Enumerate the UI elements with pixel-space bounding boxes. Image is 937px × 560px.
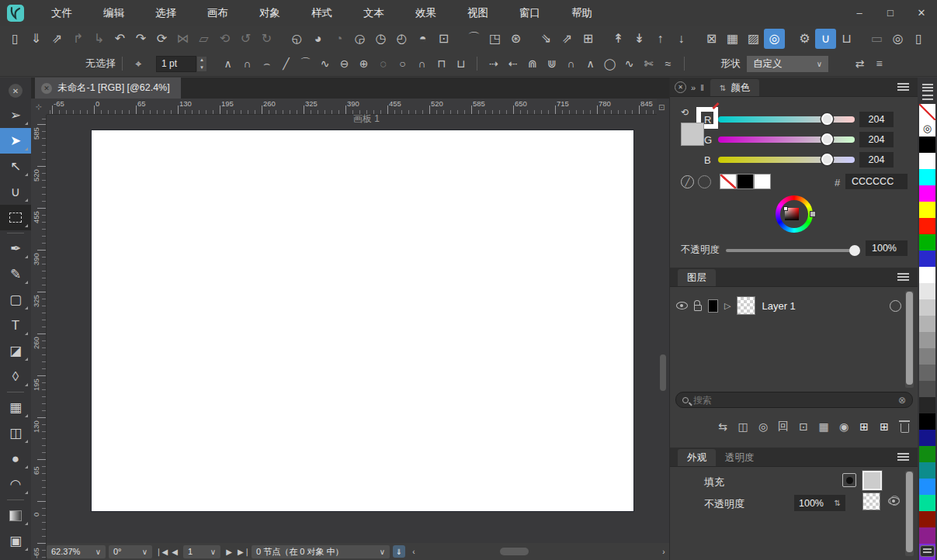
- vertical-scrollbar[interactable]: ⊡ ∨: [657, 99, 669, 560]
- collapse-panel-icon[interactable]: ⇅: [720, 84, 726, 92]
- center-guides-icon[interactable]: ◎: [887, 29, 908, 49]
- swatch-registration[interactable]: ◎: [919, 120, 935, 137]
- new-layer-icon[interactable]: ⊞: [875, 417, 894, 436]
- menu-6[interactable]: 样式: [296, 0, 348, 26]
- tab-close-icon[interactable]: ✕: [41, 83, 52, 94]
- swatch-none[interactable]: [919, 104, 935, 120]
- artboard-label[interactable]: 画板 1: [353, 112, 380, 126]
- rotation-select[interactable]: 0°∨: [109, 545, 152, 558]
- channel-value-G[interactable]: 204: [859, 132, 894, 147]
- white-swatch[interactable]: [754, 174, 771, 189]
- channel-slider-G[interactable]: [718, 137, 855, 143]
- menu-5[interactable]: 对象: [244, 0, 296, 26]
- swatch[interactable]: [919, 413, 935, 430]
- color-circle-icon[interactable]: [698, 175, 711, 188]
- swatch[interactable]: [919, 348, 935, 365]
- swatch-grid-icon[interactable]: [922, 84, 933, 85]
- cut-path-icon[interactable]: ✄: [639, 54, 658, 73]
- swatch[interactable]: [919, 299, 935, 316]
- menu-10[interactable]: 窗口: [504, 0, 556, 26]
- swatch[interactable]: [919, 462, 935, 479]
- add-node-icon[interactable]: ⊕: [354, 54, 373, 73]
- snap-magnet-icon[interactable]: ∪: [815, 29, 836, 49]
- swatch[interactable]: [919, 169, 935, 185]
- hue-handle[interactable]: [810, 211, 816, 217]
- menu-9[interactable]: 视图: [452, 0, 504, 26]
- connect-arch-icon[interactable]: ∩: [561, 54, 581, 73]
- arch-segment-icon[interactable]: ∩: [412, 54, 432, 73]
- simplify-path-icon[interactable]: ≈: [658, 54, 678, 73]
- duplicate-layer-icon[interactable]: ◫: [734, 417, 752, 436]
- chevron-left-icon[interactable]: ‹: [408, 548, 419, 556]
- document-tab[interactable]: ✕ 未命名-1 [RGB] [@62.4%]: [35, 78, 181, 99]
- new-group-icon[interactable]: ⊞: [855, 417, 873, 436]
- path-list-options-icon[interactable]: ≡: [869, 54, 889, 73]
- text-tool[interactable]: T: [0, 313, 31, 338]
- next-page-icon[interactable]: ▶: [224, 548, 234, 556]
- lower-to-bottom-icon[interactable]: ↡: [629, 29, 650, 49]
- panel-edge-icon[interactable]: ▯: [908, 29, 929, 49]
- swatch-list-icon[interactable]: [922, 95, 933, 96]
- panel-menu-icon[interactable]: [897, 86, 909, 88]
- peak-segment-icon[interactable]: ∧: [581, 54, 600, 73]
- new-document-icon[interactable]: ▯: [5, 29, 26, 49]
- tab-layers[interactable]: 图层: [678, 269, 716, 286]
- mesh-warp-icon[interactable]: ▦: [722, 29, 743, 49]
- redo-icon[interactable]: ↷: [130, 29, 151, 49]
- panel-menu-icon[interactable]: [897, 276, 909, 278]
- color-wheel[interactable]: [776, 195, 813, 233]
- delete-layer-icon[interactable]: [895, 417, 914, 436]
- menu-3[interactable]: 选择: [140, 0, 192, 26]
- opacity-knob[interactable]: [849, 245, 860, 256]
- color-blend-icon[interactable]: ◎: [764, 29, 785, 49]
- camera-snapshot-icon[interactable]: ◉: [835, 417, 853, 436]
- curve-select-tool[interactable]: ↖: [0, 154, 31, 179]
- previous-page-icon[interactable]: ◀: [169, 548, 180, 556]
- stroke-width-input[interactable]: [156, 56, 196, 72]
- swatch[interactable]: [919, 234, 935, 251]
- shape-union-icon[interactable]: ◕: [307, 29, 328, 49]
- menu-2[interactable]: 编辑: [88, 0, 140, 26]
- filter-options-icon[interactable]: ⇆: [713, 417, 732, 436]
- menu-8[interactable]: 效果: [400, 0, 452, 26]
- symmetric-node-icon[interactable]: ⌢: [257, 54, 276, 73]
- pick-style-tool[interactable]: ▣: [0, 528, 31, 554]
- smooth-path-icon[interactable]: ⌒: [463, 29, 484, 49]
- shape-preset-select[interactable]: 自定义 ∨: [747, 56, 828, 72]
- vertical-ruler[interactable]: 585520455390325260195130650-65: [31, 115, 47, 560]
- artboard[interactable]: [91, 130, 634, 512]
- first-page-icon[interactable]: ❘◀: [155, 548, 166, 556]
- swatch[interactable]: [919, 527, 935, 544]
- stroke-width-stepper[interactable]: ▲▼: [196, 56, 207, 72]
- window-close-button[interactable]: ✕: [906, 0, 937, 26]
- layer-target-icon[interactable]: [890, 300, 901, 312]
- eyedropper-icon[interactable]: ╱: [681, 175, 694, 188]
- menu-4[interactable]: 画布: [192, 0, 244, 26]
- select-tool[interactable]: ➢: [0, 102, 31, 128]
- shape-crop-icon[interactable]: ⊡: [433, 29, 454, 49]
- raise-segment-icon[interactable]: ⊓: [432, 54, 451, 73]
- last-page-icon[interactable]: ▶❘: [238, 548, 248, 556]
- tile-layers-icon[interactable]: ▦: [814, 417, 833, 436]
- vertical-scrollbar-thumb[interactable]: [660, 354, 666, 391]
- stepper-icon[interactable]: ⇅: [835, 499, 841, 507]
- tab-color[interactable]: ⇅ 颜色: [710, 79, 759, 96]
- smooth-node-icon[interactable]: ∩: [238, 54, 257, 73]
- fan-tool[interactable]: ◠: [0, 472, 31, 497]
- clear-search-icon[interactable]: ⊗: [898, 395, 906, 406]
- magnet-select-tool[interactable]: ∪: [0, 179, 31, 205]
- swatch[interactable]: [919, 316, 935, 332]
- swatch[interactable]: [919, 479, 935, 495]
- rectangle-tool[interactable]: ▢: [0, 287, 31, 313]
- appearance-opacity-input[interactable]: 100% ⇅: [794, 495, 845, 511]
- window-minimize-button[interactable]: –: [844, 0, 875, 26]
- no-color-swatch[interactable]: [720, 174, 737, 189]
- hatch-fill-icon[interactable]: ▨: [743, 29, 764, 49]
- ruler-origin-icon[interactable]: ⊹: [31, 99, 47, 115]
- panel-close-icon[interactable]: ✕: [675, 81, 686, 93]
- connect-smooth-icon[interactable]: ⋓: [542, 54, 561, 73]
- raise-to-top-icon[interactable]: ↟: [608, 29, 629, 49]
- layer-visibility-icon[interactable]: [676, 302, 688, 309]
- fill-color-swatch[interactable]: [862, 471, 882, 490]
- swatch[interactable]: [919, 430, 935, 446]
